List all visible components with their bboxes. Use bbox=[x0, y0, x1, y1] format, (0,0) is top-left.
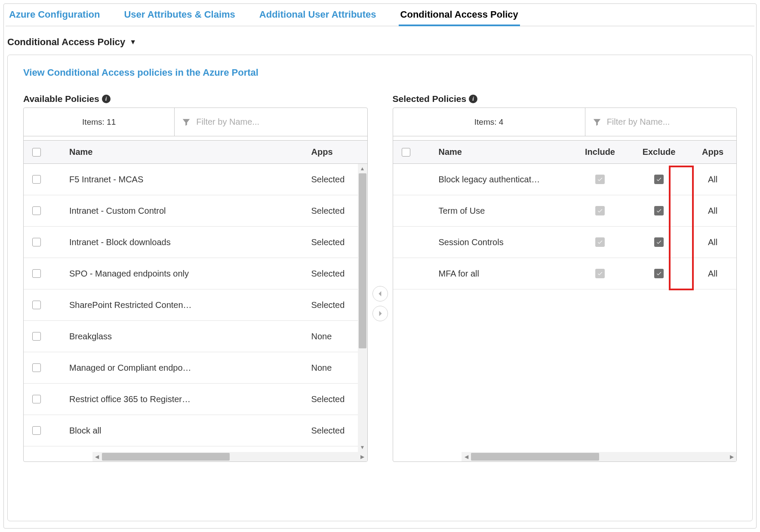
available-vertical-scrollbar[interactable]: ▲ ▼ bbox=[358, 164, 367, 452]
table-row[interactable]: Restrict office 365 to Register…Selected bbox=[24, 384, 367, 415]
row-checkbox[interactable] bbox=[32, 395, 41, 403]
policy-name: Managed or Compliant endpo… bbox=[69, 363, 311, 373]
section-header[interactable]: Conditional Access Policy ▼ bbox=[6, 26, 754, 55]
scroll-left-icon[interactable]: ◀ bbox=[92, 452, 102, 461]
selected-header-include[interactable]: Include bbox=[571, 147, 629, 157]
policy-name: Intranet - Block downloads bbox=[69, 237, 311, 247]
selected-policies-panel: Selected Policies i Items: 4 bbox=[393, 94, 737, 462]
include-checkbox bbox=[595, 269, 605, 278]
policy-name: Term of Use bbox=[439, 206, 572, 216]
row-checkbox[interactable] bbox=[32, 332, 41, 341]
table-row[interactable]: Session ControlsAll bbox=[393, 227, 737, 258]
table-row[interactable]: Block legacy authenticat…All bbox=[393, 164, 737, 195]
row-checkbox[interactable] bbox=[32, 301, 41, 309]
available-filter-input[interactable] bbox=[196, 117, 360, 127]
row-checkbox[interactable] bbox=[32, 175, 41, 184]
section-title: Conditional Access Policy bbox=[7, 37, 125, 48]
selected-title: Selected Policies bbox=[393, 94, 467, 104]
policy-name: Breakglass bbox=[69, 332, 311, 341]
table-row[interactable]: Term of UseAll bbox=[393, 195, 737, 227]
table-row[interactable]: SPO - Managed endpoints onlySelected bbox=[24, 258, 367, 289]
policy-name: Block all bbox=[69, 426, 311, 436]
scroll-right-icon[interactable]: ▶ bbox=[727, 452, 736, 461]
info-icon[interactable]: i bbox=[102, 95, 111, 103]
table-row[interactable]: Intranet - Block downloadsSelected bbox=[24, 227, 367, 258]
policy-panel: View Conditional Access policies in the … bbox=[7, 55, 753, 521]
policy-apps: All bbox=[689, 237, 736, 247]
scroll-right-icon[interactable]: ▶ bbox=[358, 452, 367, 461]
tab-additional-user-attributes[interactable]: Additional User Attributes bbox=[258, 6, 378, 26]
row-checkbox[interactable] bbox=[32, 206, 41, 215]
row-checkbox[interactable] bbox=[32, 238, 41, 246]
exclude-checkbox[interactable] bbox=[654, 269, 664, 278]
table-row[interactable]: MFA for allAll bbox=[393, 258, 737, 289]
selected-filter-input[interactable] bbox=[607, 117, 729, 127]
row-checkbox[interactable] bbox=[32, 363, 41, 372]
selected-select-all-checkbox[interactable] bbox=[402, 148, 410, 157]
row-checkbox[interactable] bbox=[32, 426, 41, 435]
policy-name: Intranet - Custom Control bbox=[69, 206, 311, 216]
policy-name: Session Controls bbox=[439, 237, 572, 247]
table-row[interactable]: Block Legacy clients (Office, I…Selected bbox=[24, 446, 367, 452]
table-row[interactable]: Block allSelected bbox=[24, 415, 367, 446]
policy-name: SharePoint Restricted Conten… bbox=[69, 300, 311, 310]
tab-azure-configuration[interactable]: Azure Configuration bbox=[7, 6, 102, 26]
include-checkbox bbox=[595, 237, 605, 247]
available-horizontal-scrollbar[interactable]: ◀ ▶ bbox=[92, 452, 367, 461]
azure-portal-link[interactable]: View Conditional Access policies in the … bbox=[23, 67, 258, 78]
filter-icon bbox=[592, 117, 602, 127]
policy-name: F5 Intranet - MCAS bbox=[69, 175, 311, 185]
policy-apps: All bbox=[689, 269, 736, 279]
table-row[interactable]: Managed or Compliant endpo…None bbox=[24, 352, 367, 384]
info-icon[interactable]: i bbox=[469, 95, 477, 103]
chevron-down-icon: ▼ bbox=[129, 38, 136, 46]
available-title: Available Policies bbox=[23, 94, 99, 104]
available-header-apps[interactable]: Apps bbox=[311, 147, 367, 157]
move-left-button[interactable] bbox=[372, 286, 388, 301]
selected-header-exclude[interactable]: Exclude bbox=[629, 147, 689, 157]
scroll-down-icon[interactable]: ▼ bbox=[358, 443, 367, 452]
tab-bar: Azure ConfigurationUser Attributes & Cla… bbox=[6, 6, 754, 26]
include-checkbox bbox=[595, 175, 605, 184]
exclude-checkbox[interactable] bbox=[654, 175, 664, 184]
table-row[interactable]: F5 Intranet - MCASSelected bbox=[24, 164, 367, 195]
policy-name: MFA for all bbox=[439, 269, 572, 279]
tab-conditional-access-policy[interactable]: Conditional Access Policy bbox=[399, 6, 520, 26]
available-select-all-checkbox[interactable] bbox=[32, 148, 41, 157]
exclude-checkbox[interactable] bbox=[654, 237, 664, 247]
scroll-up-icon[interactable]: ▲ bbox=[358, 164, 367, 173]
selected-header-apps[interactable]: Apps bbox=[689, 147, 736, 157]
selected-horizontal-scrollbar[interactable]: ◀ ▶ bbox=[462, 452, 736, 461]
move-right-button[interactable] bbox=[372, 306, 388, 321]
policy-name: Block legacy authenticat… bbox=[439, 175, 572, 185]
selected-header-name[interactable]: Name bbox=[439, 147, 572, 157]
policy-name: SPO - Managed endpoints only bbox=[69, 269, 311, 279]
tab-user-attributes-claims[interactable]: User Attributes & Claims bbox=[122, 6, 237, 26]
filter-icon bbox=[182, 117, 191, 127]
row-checkbox[interactable] bbox=[32, 269, 41, 278]
available-header-name[interactable]: Name bbox=[69, 147, 311, 157]
scroll-left-icon[interactable]: ◀ bbox=[462, 452, 471, 461]
selected-items-count: Items: 4 bbox=[393, 108, 585, 136]
policy-apps: All bbox=[689, 206, 736, 216]
policy-name: Restrict office 365 to Register… bbox=[69, 394, 311, 404]
table-row[interactable]: BreakglassNone bbox=[24, 321, 367, 352]
policy-apps: All bbox=[689, 175, 736, 185]
exclude-checkbox[interactable] bbox=[654, 206, 664, 215]
available-items-count: Items: 11 bbox=[24, 108, 175, 136]
available-policies-panel: Available Policies i Items: 11 bbox=[23, 94, 368, 462]
include-checkbox bbox=[595, 206, 605, 215]
table-row[interactable]: Intranet - Custom ControlSelected bbox=[24, 195, 367, 227]
table-row[interactable]: SharePoint Restricted Conten…Selected bbox=[24, 289, 367, 321]
